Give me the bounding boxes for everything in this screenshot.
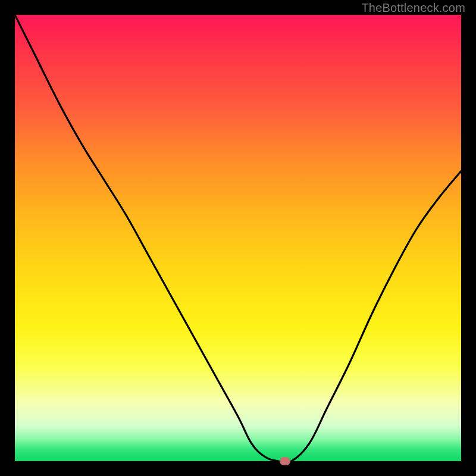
attribution-label: TheBottleneck.com (361, 1, 465, 15)
chart-container: TheBottleneck.com (0, 0, 476, 476)
bottleneck-curve (15, 15, 461, 461)
plot-area (15, 15, 461, 461)
minimum-marker (280, 457, 290, 465)
